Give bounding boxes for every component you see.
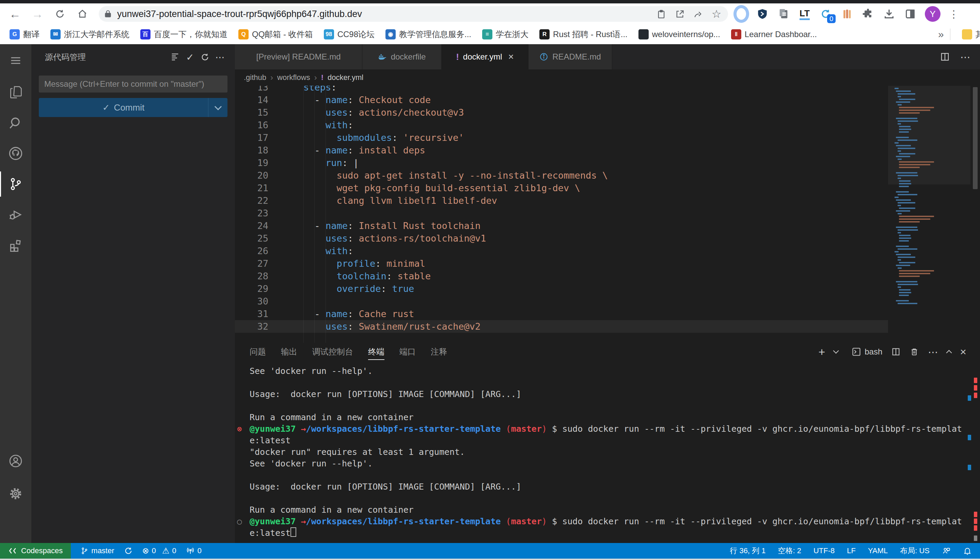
maximize-panel-icon[interactable]	[946, 350, 952, 356]
code-line[interactable]: 29 override: true	[235, 282, 888, 295]
search-icon[interactable]	[0, 108, 31, 138]
bash-shell-item[interactable]: bash	[851, 347, 882, 357]
bookmarks-overflow-icon[interactable]: »	[938, 28, 944, 40]
terminal-line[interactable]: e:latest	[235, 527, 980, 539]
code-line[interactable]: 19 run: |	[235, 157, 888, 169]
editor-tab[interactable]: README.md	[528, 44, 612, 69]
bookmark-item[interactable]: ✉浙江大学邮件系统	[50, 29, 129, 40]
settings-gear-icon[interactable]	[0, 478, 31, 509]
bookmark-item[interactable]: 百百度一下，你就知道	[140, 29, 227, 40]
bookmark-item[interactable]: 98CC98论坛	[324, 29, 375, 40]
terminal-line[interactable]	[235, 377, 980, 388]
kill-terminal-icon[interactable]	[910, 347, 919, 357]
code-line[interactable]: 15 uses: actions/checkout@v3	[235, 106, 888, 119]
code-line[interactable]: 32 uses: Swatinem/rust-cache@v2	[235, 320, 888, 333]
panel-tab[interactable]: 调试控制台	[312, 343, 353, 361]
bookmark-item[interactable]: G翻译	[10, 29, 40, 40]
close-panel-icon[interactable]: ×	[960, 346, 967, 358]
sync-extension-icon[interactable]: 0	[818, 6, 834, 22]
explorer-icon[interactable]	[0, 77, 31, 108]
breadcrumb-file[interactable]: docker.yml	[328, 73, 363, 82]
terminal-line[interactable]: e:latest	[235, 435, 980, 447]
close-icon[interactable]: ×	[508, 52, 514, 62]
code-line[interactable]: 13 steps:	[235, 86, 888, 93]
code-line[interactable]: 22 clang llvm libelf1 libelf-dev	[235, 194, 888, 207]
commit-check-icon[interactable]: ✓	[182, 50, 197, 65]
code-line[interactable]: 18 - name: install deps	[235, 144, 888, 157]
ports-item[interactable]: 0	[186, 547, 202, 555]
editor-more-actions-icon[interactable]: ⋯	[960, 51, 970, 63]
home-button[interactable]	[75, 7, 90, 22]
editor-tab[interactable]: !docker.yml×	[442, 44, 528, 69]
code-line[interactable]: 27 profile: minimal	[235, 257, 888, 270]
share-icon[interactable]	[691, 7, 705, 21]
command-pending-icon[interactable]: ○	[237, 516, 242, 527]
bookmark-item[interactable]: ‖Learner Dashboar...	[731, 29, 817, 40]
terminal-line[interactable]: Usage: docker run [OPTIONS] IMAGE [COMMA…	[235, 388, 980, 400]
code-line[interactable]: 23	[235, 207, 888, 220]
more-actions-icon[interactable]: ⋯	[212, 50, 227, 65]
code-line[interactable]: 30	[235, 295, 888, 308]
clipboard-icon[interactable]	[654, 7, 668, 21]
split-terminal-icon[interactable]	[891, 347, 901, 357]
breadcrumb-item[interactable]: workflows	[277, 73, 310, 82]
menu-icon[interactable]	[0, 44, 31, 77]
terminal[interactable]: See 'docker run --help'.Usage: docker ru…	[235, 365, 980, 543]
terminal-line[interactable]: Run a command in a new container	[235, 412, 980, 423]
shield-extension-icon[interactable]	[754, 6, 770, 22]
terminal-line[interactable]: See 'docker run --help'.	[235, 458, 980, 470]
terminal-line[interactable]: Usage: docker run [OPTIONS] IMAGE [COMMA…	[235, 481, 980, 493]
cursor-position[interactable]: 行 36, 列 1	[730, 546, 766, 556]
scrollbar-thumb[interactable]	[973, 87, 978, 189]
bookmark-item[interactable]: ◉教学管理信息服务...	[385, 29, 471, 40]
panel-tab[interactable]: 注释	[431, 343, 447, 361]
encoding[interactable]: UTF-8	[813, 547, 835, 555]
code-line[interactable]: 24 - name: Install Rust toolchain	[235, 220, 888, 232]
editor-tab[interactable]: [Preview] README.md	[235, 44, 362, 69]
code-line[interactable]: 28 toolchain: stable	[235, 270, 888, 282]
blue-ring-extension-icon[interactable]	[734, 6, 749, 22]
minimap[interactable]	[888, 86, 970, 343]
terminal-line[interactable]	[235, 470, 980, 481]
extensions-icon[interactable]	[0, 230, 31, 261]
source-control-icon[interactable]	[0, 169, 31, 199]
forward-button[interactable]: →	[30, 7, 45, 22]
panel-tab[interactable]: 终端	[368, 343, 385, 361]
split-editor-icon[interactable]	[940, 52, 950, 62]
code-line[interactable]: 16 with:	[235, 119, 888, 131]
run-debug-icon[interactable]	[0, 199, 31, 230]
crayons-extension-icon[interactable]	[839, 6, 855, 22]
panel-tab[interactable]: 输出	[281, 343, 297, 361]
back-button[interactable]: ←	[7, 7, 22, 22]
panel-more-actions-icon[interactable]: ⋯	[928, 346, 938, 358]
panel-tab[interactable]: 问题	[249, 343, 266, 361]
terminal-dropdown-icon[interactable]	[833, 348, 839, 354]
downloads-icon[interactable]	[881, 6, 897, 22]
eol[interactable]: LF	[847, 547, 856, 555]
github-icon[interactable]	[0, 138, 31, 169]
bookmark-item[interactable]: QQQ邮箱 - 收件箱	[238, 29, 313, 40]
branch-item[interactable]: master	[80, 547, 114, 555]
sidebar-toggle-icon[interactable]	[902, 6, 918, 22]
languagetool-extension-icon[interactable]: LT	[797, 6, 813, 22]
breadcrumb-item[interactable]: .github	[244, 73, 266, 82]
feedback-icon[interactable]	[942, 547, 951, 555]
terminal-line[interactable]: Run a command in a new container	[235, 504, 980, 516]
other-bookmarks[interactable]: 其他书签	[962, 29, 980, 40]
problems-item[interactable]: ⊗ 0 ⚠ 0	[142, 546, 176, 556]
bookmark-item[interactable]: RRust 招聘 - Rust语...	[539, 29, 627, 40]
code-line[interactable]: 17 submodules: 'recursive'	[235, 131, 888, 144]
code-editor[interactable]: 13 steps:14 - name: Checkout code15 uses…	[235, 86, 888, 343]
command-failed-icon[interactable]: ⊗	[237, 423, 242, 435]
code-line[interactable]: 31 - name: Cache rust	[235, 308, 888, 320]
sync-item[interactable]	[124, 547, 133, 555]
bookmark-item[interactable]: weloveinterns/op...	[639, 29, 720, 40]
editor-scrollbar[interactable]	[970, 86, 980, 343]
browser-menu-icon[interactable]: ⋮	[946, 6, 962, 22]
indentation[interactable]: 空格: 2	[778, 546, 801, 556]
profile-avatar[interactable]: Y	[925, 6, 940, 22]
commit-message-input[interactable]	[39, 75, 227, 93]
terminal-line[interactable]	[235, 400, 980, 412]
terminal-line[interactable]	[235, 493, 980, 504]
terminal-line[interactable]: See 'docker run --help'.	[235, 365, 980, 377]
